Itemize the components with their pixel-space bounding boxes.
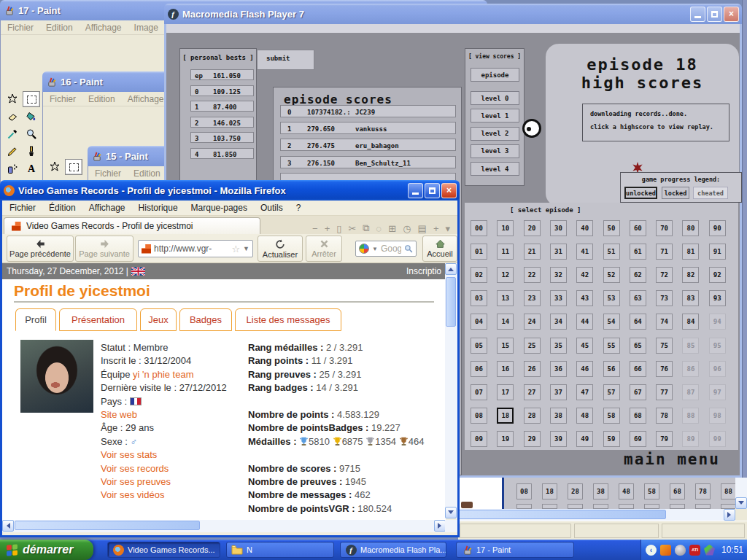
legend-locked-button[interactable]: locked (662, 187, 689, 199)
episode-cell-01[interactable]: 01 (471, 244, 487, 260)
episode-cell-78[interactable]: 78 (656, 408, 673, 424)
episode-cell-74[interactable]: 74 (656, 314, 673, 330)
search-box[interactable]: ▼ Googl (355, 241, 417, 257)
menu-item-fichier[interactable]: Fichier (7, 23, 34, 33)
episode-cell-48[interactable]: 48 (619, 483, 634, 499)
maximize-button[interactable] (707, 7, 722, 22)
episode-cell-73[interactable]: 73 (656, 290, 673, 306)
info-link[interactable]: Site web (101, 409, 137, 420)
info-link[interactable]: Voir ses vidéos (101, 489, 164, 500)
level-button-2[interactable]: level 2 (471, 127, 519, 141)
episode-cell-42[interactable]: 42 (576, 267, 593, 283)
menu-item-affichage[interactable]: Affichage (89, 203, 125, 213)
episode-cell-57[interactable]: 57 (603, 384, 620, 400)
episode-cell-99[interactable]: 99 (709, 431, 726, 447)
episode-cell-50[interactable]: 50 (603, 220, 620, 236)
episode-cell-95[interactable]: 95 (709, 338, 726, 354)
menu-item-image[interactable]: Image (134, 23, 158, 33)
episode-cell-06[interactable]: 06 (471, 361, 487, 377)
episode-cell-90[interactable]: 90 (709, 220, 726, 236)
episode-cell-40[interactable]: 40 (576, 220, 593, 236)
minus-icon[interactable]: − (312, 223, 318, 234)
episode-cell-55[interactable]: 55 (603, 338, 620, 354)
episode-cell-38[interactable]: 38 (593, 483, 608, 499)
episode-cell-18[interactable]: 18 (542, 483, 557, 499)
episode-cell-49[interactable]: 49 (576, 431, 593, 447)
forward-button[interactable]: Page suivante (75, 236, 133, 262)
profile-tab-2[interactable]: Jeux (140, 308, 177, 331)
eyedropper-tool[interactable] (4, 126, 21, 142)
episode-cell-62[interactable]: 62 (630, 267, 646, 283)
episode-cell-34[interactable]: 34 (550, 314, 567, 330)
dropdown-icon[interactable]: ▾ (445, 223, 450, 234)
browser-tab[interactable]: Video Games Records - Profil de yicestmo… (4, 217, 260, 234)
level-button-3[interactable]: level 3 (471, 144, 519, 158)
episode-cell-22[interactable]: 22 (524, 267, 541, 283)
loading-icon[interactable]: ◌ (376, 223, 382, 234)
close-button[interactable]: × (724, 7, 739, 22)
scroll-down-button[interactable] (735, 497, 747, 509)
episode-cell-86[interactable]: 86 (682, 361, 699, 377)
episode-cell-16[interactable]: 16 (497, 361, 514, 377)
episode-cell-94[interactable]: 94 (709, 314, 726, 330)
stop-button[interactable]: Arrêter (306, 236, 342, 262)
menu-item--dition[interactable]: Édition (49, 203, 76, 213)
history-icon[interactable]: ◷ (403, 223, 411, 234)
home-button[interactable]: Accueil (422, 236, 457, 262)
view-episode-button[interactable]: episode (471, 68, 519, 82)
taskbar-button-1[interactable]: N (226, 542, 334, 558)
episode-cell-71[interactable]: 71 (656, 244, 673, 260)
level-button-1[interactable]: level 1 (471, 109, 519, 122)
info-link[interactable]: yi 'n phie team (133, 369, 193, 380)
scroll-right-button[interactable] (724, 509, 735, 521)
episode-cell-51[interactable]: 51 (603, 244, 620, 260)
copy-icon[interactable]: ⧉ (363, 222, 369, 234)
info-link[interactable]: Voir ses preuves (101, 476, 171, 487)
episode-cell-58[interactable]: 58 (603, 408, 620, 424)
episode-cell-89[interactable]: 89 (682, 431, 699, 447)
episode-cell-45[interactable]: 45 (576, 338, 593, 354)
level-button-4[interactable]: level 4 (471, 162, 519, 176)
episode-cell-93[interactable]: 93 (709, 290, 726, 306)
episode-cell-66[interactable]: 66 (630, 361, 646, 377)
maximize-button[interactable] (425, 183, 440, 198)
scroll-down-button[interactable] (445, 507, 457, 518)
scroll-up-button[interactable] (445, 263, 457, 275)
menu-item-affichage[interactable]: Affichage (128, 94, 164, 104)
episode-score-row[interactable]: 1279.650vankusss (280, 122, 456, 134)
episode-cell-88[interactable]: 88 (682, 408, 699, 424)
eraser-tool[interactable] (4, 109, 21, 125)
clock[interactable]: 10:51 (721, 545, 743, 555)
episode-cell-60[interactable]: 60 (630, 220, 646, 236)
episode-cell-77[interactable]: 77 (656, 384, 673, 400)
start-button[interactable]: démarrer (0, 540, 93, 560)
horizontal-scrollbar[interactable] (458, 509, 735, 521)
print-icon[interactable]: ▤ (418, 223, 427, 234)
info-link[interactable]: Voir ses stats (101, 449, 157, 460)
personal-best-row[interactable]: 2146.025 (190, 117, 254, 128)
menu-item-outils[interactable]: Outils (260, 203, 283, 213)
episode-cell-09[interactable]: 09 (471, 431, 487, 447)
episode-cell-03[interactable]: 03 (471, 290, 487, 306)
episode-cell-54[interactable]: 54 (603, 314, 620, 330)
episode-cell-33[interactable]: 33 (550, 290, 567, 306)
airbrush-tool[interactable] (4, 161, 21, 177)
episode-cell-65[interactable]: 65 (630, 338, 646, 354)
episode-cell-28[interactable]: 28 (524, 408, 541, 424)
episode-cell-91[interactable]: 91 (709, 244, 726, 260)
episode-cell-98[interactable]: 98 (709, 408, 726, 424)
episode-cell-58[interactable]: 58 (644, 483, 659, 499)
episode-cell-80[interactable]: 80 (682, 220, 699, 236)
episode-cell-23[interactable]: 23 (524, 290, 541, 306)
cut-icon[interactable]: ✂ (348, 223, 356, 234)
episode-cell-11[interactable]: 11 (497, 244, 514, 260)
episode-score-row[interactable]: 3276.150Ben_Schultz_11 (280, 156, 456, 168)
episode-cell-15[interactable]: 15 (497, 338, 514, 354)
episode-cell-64[interactable]: 64 (630, 314, 646, 330)
episode-score-row[interactable]: 0107374182.:JC239 (280, 105, 456, 117)
episode-cell-02[interactable]: 02 (471, 267, 487, 283)
menu-item-historique[interactable]: Historique (139, 203, 178, 213)
episode-cell-85[interactable]: 85 (682, 338, 699, 354)
personal-best-row[interactable]: ep161.050 (190, 69, 254, 80)
episode-cell-68[interactable]: 68 (630, 408, 646, 424)
